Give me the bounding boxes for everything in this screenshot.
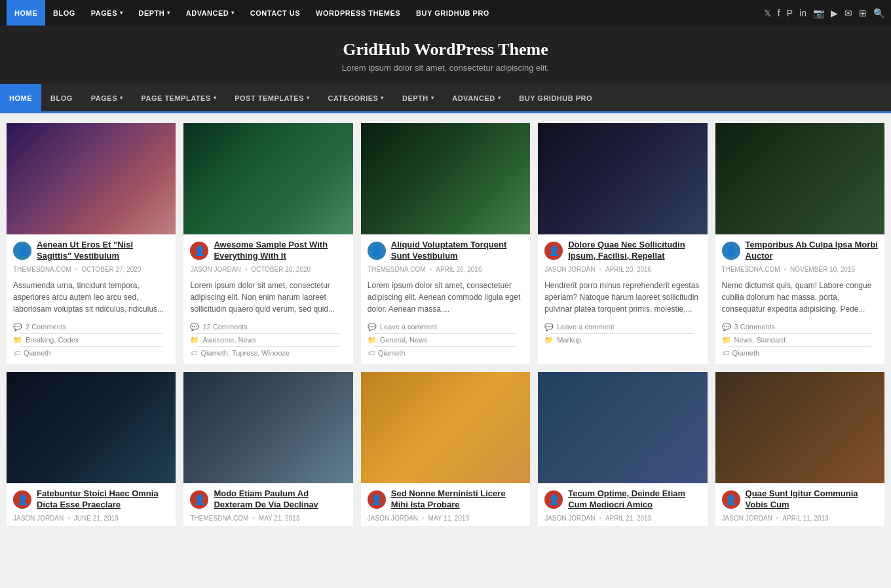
main-nav-depth[interactable]: DEPTH ▾ <box>393 84 443 113</box>
post-meta-row-2: 👤Awesome Sample Post With Everything Wit… <box>183 234 352 265</box>
post-image-1[interactable] <box>7 123 176 234</box>
post-title-1[interactable]: Aenean Ut Eros Et "Nisl Sagittis" Vestib… <box>37 240 169 262</box>
main-nav-pages[interactable]: PAGES ▾ <box>82 84 132 113</box>
top-nav-advanced[interactable]: ADVANCED ▾ <box>178 0 242 26</box>
post-title-9[interactable]: Tecum Optime, Deinde Etiam Cum Mediocri … <box>568 488 700 511</box>
post-image-5[interactable] <box>715 123 884 234</box>
post-image-7[interactable] <box>183 372 352 483</box>
post-title-5[interactable]: Temporibus Ab Culpa Ipsa Morbi Auctor <box>746 240 878 262</box>
author-avatar-5: 👤 <box>722 242 740 260</box>
comments-row-4: 💬Leave a comment <box>544 323 700 331</box>
comments-row-3: 💬Leave a comment <box>368 323 523 331</box>
author-avatar-2: 👤 <box>190 242 208 260</box>
post-attribution-6: JASON JORDAN•JUNE 21, 2013 <box>7 513 176 526</box>
tags-row-3: 🏷Qiameth <box>368 349 523 357</box>
post-meta-row-8: 👤Sed Nonne Merninisti Licere Mihi Ista P… <box>361 483 530 513</box>
main-advanced-arrow: ▾ <box>498 95 501 101</box>
main-nav-blog[interactable]: BLOG <box>41 84 82 113</box>
categories-arrow: ▾ <box>381 95 384 101</box>
attr-dot-9: • <box>599 515 601 522</box>
linkedin-icon[interactable]: in <box>799 8 806 18</box>
category-icon-4: 📁 <box>544 336 554 344</box>
post-image-8[interactable] <box>361 372 530 483</box>
categories-row-4: 📁Markup <box>544 336 700 344</box>
post-card-4: 👤Dolore Quae Nec Sollicitudin Ipsum, Fac… <box>538 123 707 364</box>
attr-dot-3: • <box>430 266 432 273</box>
attr-dot-2: • <box>245 266 248 273</box>
instagram-icon[interactable]: 📷 <box>813 8 824 18</box>
post-title-10[interactable]: Quae Sunt Igitur Communia Vobis Cum <box>746 488 878 511</box>
post-card-3: 👤Aliquid Voluptatem Torquent Sunt Vestib… <box>361 123 530 364</box>
top-nav-pages[interactable]: PAGES ▾ <box>83 0 131 26</box>
post-image-2[interactable] <box>183 123 352 234</box>
email-icon[interactable]: ✉ <box>844 8 852 18</box>
top-nav-wordpress-themes[interactable]: WORDPRESS THEMES <box>308 0 408 26</box>
top-nav-contact[interactable]: CONTACT US <box>242 0 308 26</box>
post-title-8[interactable]: Sed Nonne Merninisti Licere Mihi Ista Pr… <box>391 488 523 511</box>
comments-link-5[interactable]: 3 Comments <box>734 323 775 331</box>
attr-dot-7: • <box>252 515 255 522</box>
pages-arrow: ▾ <box>120 10 123 16</box>
post-image-10[interactable] <box>715 372 884 483</box>
post-excerpt-5: Nemo dictumst quis, quam! Labore congue … <box>715 277 884 320</box>
main-nav-home[interactable]: HOME <box>0 84 41 113</box>
post-image-6[interactable] <box>7 372 176 483</box>
top-nav-home[interactable]: HOME <box>7 0 45 26</box>
tag-icon-5: 🏷 <box>722 349 729 357</box>
post-attribution-10: JASON JORDAN•APRIL 11, 2013 <box>715 513 884 526</box>
comments-link-3[interactable]: Leave a comment <box>380 323 437 331</box>
post-footer-5: 💬3 Comments📁News, Standard🏷Qiameth <box>715 320 884 364</box>
post-meta-row-3: 👤Aliquid Voluptatem Torquent Sunt Vestib… <box>361 234 530 265</box>
facebook-icon[interactable]: f <box>778 8 780 18</box>
site-title: GridHub WordPress Theme <box>0 40 891 60</box>
post-image-3[interactable] <box>361 123 530 234</box>
advanced-arrow: ▾ <box>231 10 235 16</box>
main-nav-page-templates[interactable]: PAGE TEMPLATES ▾ <box>132 84 225 113</box>
youtube-icon[interactable]: ▶ <box>831 8 838 18</box>
post-image-4[interactable] <box>538 123 707 234</box>
post-card-1: 👤Aenean Ut Eros Et "Nisl Sagittis" Vesti… <box>7 123 176 364</box>
top-nav-buy-gridhub[interactable]: BUY GRIDHUB PRO <box>408 0 497 26</box>
post-title-3[interactable]: Aliquid Voluptatem Torquent Sunt Vestibu… <box>391 240 523 262</box>
comments-link-4[interactable]: Leave a comment <box>557 323 614 331</box>
post-author-9: JASON JORDAN <box>544 515 595 522</box>
post-date-10: APRIL 11, 2013 <box>782 515 828 522</box>
attr-dot-4: • <box>599 266 601 273</box>
tag-icon-1: 🏷 <box>13 349 20 357</box>
post-card-7: 👤Modo Etiam Paulum Ad Dexteram De Via De… <box>183 372 352 526</box>
rss-icon[interactable]: ⊞ <box>859 8 867 18</box>
post-title-2[interactable]: Awesome Sample Post With Everything With… <box>214 240 346 262</box>
post-author-6: JASON JORDAN <box>13 515 64 522</box>
post-attribution-4: JASON JORDAN•APRIL 20, 2016 <box>538 265 707 277</box>
top-nav-depth[interactable]: DEPTH ▾ <box>130 0 178 26</box>
content-area: 👤Aenean Ut Eros Et "Nisl Sagittis" Vesti… <box>0 113 891 543</box>
twitter-icon[interactable]: 𝕏 <box>764 8 771 18</box>
post-meta-row-9: 👤Tecum Optime, Deinde Etiam Cum Mediocri… <box>538 483 707 513</box>
main-nav-advanced[interactable]: ADVANCED ▾ <box>443 84 510 113</box>
comments-link-1[interactable]: 2 Comments <box>26 323 66 331</box>
post-excerpt-2: Lorem ipsum dolor sit amet, consectetur … <box>183 277 352 320</box>
main-navigation: HOME BLOG PAGES ▾ PAGE TEMPLATES ▾ POST … <box>0 84 891 113</box>
post-author-3: THEMESDNA.COM <box>368 266 426 273</box>
post-title-6[interactable]: Fatebuntur Stoici Haec Omnia Dicta Esse … <box>37 488 169 511</box>
post-author-2: JASON JORDAN <box>190 266 240 273</box>
post-meta-row-7: 👤Modo Etiam Paulum Ad Dexteram De Via De… <box>183 483 352 513</box>
categories-value-2: Awesome, News <box>202 336 256 344</box>
post-attribution-2: JASON JORDAN•OCTOBER 20, 2020 <box>183 265 352 277</box>
search-icon[interactable]: 🔍 <box>873 8 884 18</box>
top-nav-links: HOME BLOG PAGES ▾ DEPTH ▾ ADVANCED ▾ CON… <box>7 0 497 26</box>
main-nav-categories[interactable]: CATEGORIES ▾ <box>319 84 393 113</box>
category-icon-3: 📁 <box>368 336 377 344</box>
post-title-7[interactable]: Modo Etiam Paulum Ad Dexteram De Via Dec… <box>214 488 346 511</box>
comments-link-2[interactable]: 12 Comments <box>202 323 247 331</box>
main-nav-post-templates[interactable]: POST TEMPLATES ▾ <box>225 84 318 113</box>
pinterest-icon[interactable]: P <box>787 8 793 18</box>
post-image-9[interactable] <box>538 372 707 483</box>
post-title-4[interactable]: Dolore Quae Nec Sollicitudin Ipsum, Faci… <box>568 240 700 262</box>
main-nav-buy-gridhub[interactable]: BUY GRIDHUB PRO <box>510 84 601 113</box>
post-meta-row-4: 👤Dolore Quae Nec Sollicitudin Ipsum, Fac… <box>538 234 707 265</box>
top-nav-blog[interactable]: BLOG <box>45 0 83 26</box>
post-date-5: NOVEMBER 10, 2015 <box>790 266 855 273</box>
post-excerpt-3: Lorem ipsum dolor sit amet, consectetuer… <box>361 277 530 320</box>
post-footer-3: 💬Leave a comment📁General, News🏷Qiameth <box>361 320 530 364</box>
